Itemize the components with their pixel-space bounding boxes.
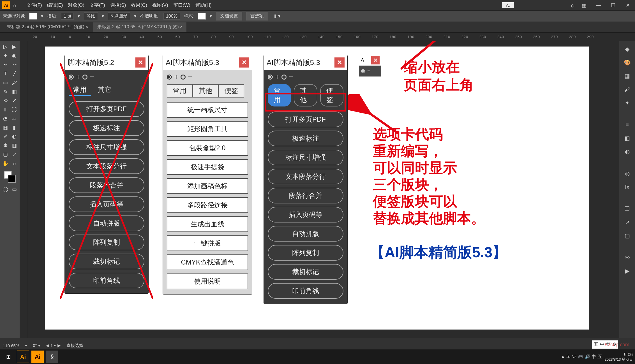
panel-b-tab-3[interactable]: 便签 [218, 84, 244, 98]
mesh-tool[interactable]: ▦ [1, 123, 10, 132]
script-button[interactable]: 自动拼版 [69, 215, 144, 231]
menu-window[interactable]: 窗口(W) [173, 2, 190, 8]
script-button[interactable]: 裁切标记 [268, 264, 343, 280]
free-transform[interactable]: ⛶ [10, 105, 19, 114]
slice-tool[interactable]: ⟋ [10, 150, 19, 159]
swatches-icon[interactable]: ▦ [622, 71, 632, 81]
stroke-weight[interactable]: 1 pt [61, 13, 74, 20]
menu-effect[interactable]: 效果(C) [131, 2, 147, 8]
rotate-icon[interactable]: 0° ▾ [33, 343, 40, 348]
panel-b-tab-1[interactable]: 常用 [167, 84, 193, 98]
arrange-icon[interactable]: ▦ [579, 1, 589, 9]
artboard-tool[interactable]: ▢ [1, 150, 10, 159]
panel-b-tab-2[interactable]: 其他 [193, 84, 218, 98]
eyedropper-tool[interactable]: ✐ [1, 132, 10, 141]
brush-dd[interactable]: 5 点圆形 [108, 12, 130, 20]
rect-tool[interactable]: ▭ [1, 78, 10, 87]
opacity-val[interactable]: 100% [163, 13, 180, 20]
script-button[interactable]: 阵列复制 [69, 235, 144, 250]
script-button[interactable]: 添加画稿色标 [167, 178, 248, 194]
stroke-icon[interactable]: ≡ [622, 119, 632, 130]
panel-a-tab-2[interactable]: 其它 [93, 84, 116, 96]
panel-a-close[interactable]: ✕ [135, 57, 146, 68]
uniform-dd[interactable]: 等比 [84, 12, 98, 20]
radio-on-icon[interactable] [69, 75, 74, 80]
script-button[interactable]: 极速标注 [69, 120, 144, 136]
hand-tool[interactable]: ✋ [1, 159, 10, 168]
prefs-button[interactable]: 首选项 [246, 12, 268, 20]
panel-a-tab-1[interactable]: 常用 [69, 84, 91, 96]
play-icon[interactable]: ▶ [622, 266, 632, 276]
script-button[interactable]: 插入页码等 [268, 207, 343, 222]
script-button[interactable]: 印前角线 [268, 283, 343, 299]
draw-mode[interactable]: ◯ [1, 185, 10, 193]
brush-tool[interactable]: 🖌 [10, 78, 19, 87]
doc-setup-button[interactable]: 文档设置 [216, 12, 242, 20]
panel-b-close[interactable]: ✕ [239, 57, 249, 68]
script-button[interactable]: 打开多页PDF [268, 112, 343, 127]
symbols-icon[interactable]: ✦ [622, 98, 632, 108]
search-icon[interactable]: ⌕ [518, 2, 574, 9]
line-tool[interactable]: ╱ [10, 69, 19, 78]
lasso-tool[interactable]: ◉ [10, 52, 19, 60]
artboard-nav[interactable]: ◀ 1 ▾ ▶ [46, 343, 61, 348]
script-button[interactable]: CMYK查找潘通色 [167, 254, 248, 270]
script-button[interactable]: 标注尺寸增强 [268, 150, 343, 165]
script-button[interactable]: 自动拼版 [268, 226, 343, 242]
layers-icon[interactable]: ❐ [622, 203, 632, 214]
script-button[interactable]: 文本段落分行 [69, 158, 144, 174]
align-icon[interactable]: ⊩▾ [274, 13, 280, 19]
script-button[interactable]: 打开多页PDF [69, 101, 144, 117]
blend-tool[interactable]: ◐ [10, 132, 19, 141]
magic-wand-tool[interactable]: ✦ [1, 52, 10, 60]
zoom-tool[interactable]: ⌕ [10, 159, 19, 168]
menu-object[interactable]: 对象(O) [68, 2, 84, 8]
script-button[interactable]: 极速标注 [268, 131, 343, 146]
radio-off-icon[interactable] [281, 75, 287, 80]
script-button[interactable]: 印前角线 [69, 273, 144, 288]
brushes-icon[interactable]: 🖌 [622, 84, 632, 95]
shaper-tool[interactable]: ✎ [1, 87, 10, 96]
menu-help[interactable]: 帮助(H) [195, 2, 212, 8]
color-swatches[interactable] [4, 171, 16, 183]
script-button[interactable]: 插入页码等 [69, 196, 144, 212]
gradient-icon[interactable]: ◧ [622, 133, 632, 143]
menu-file[interactable]: 文件(F) [26, 2, 42, 8]
radio-off-icon[interactable] [82, 75, 87, 80]
script-button[interactable]: 一键拼版 [167, 235, 248, 251]
perspective-tool[interactable]: ▱ [10, 114, 19, 123]
width-tool[interactable]: ⫴ [1, 105, 10, 114]
chevron-right-icon[interactable]: » [141, 84, 144, 96]
script-button[interactable]: 文本段落分行 [268, 169, 343, 184]
radio-on-icon[interactable] [167, 75, 172, 80]
script-button[interactable]: 段落行合并 [268, 188, 343, 203]
artboards-icon[interactable]: ▢ [622, 230, 632, 241]
pen-tool[interactable]: ✒ [1, 61, 10, 69]
links-icon[interactable]: ⚯ [622, 252, 632, 263]
script-button[interactable]: 极速手提袋 [167, 159, 248, 175]
taskbar-ai-1[interactable]: Ai [17, 351, 29, 363]
script-button[interactable]: 裁切标记 [69, 254, 144, 269]
panel-c-close[interactable]: ✕ [334, 57, 345, 68]
curvature-tool[interactable]: 〰 [10, 61, 19, 69]
minimize-button[interactable]: — [594, 1, 604, 9]
home-icon[interactable]: ⌂ [13, 2, 21, 8]
asset-export-icon[interactable]: ↗ [622, 217, 632, 228]
script-button[interactable]: 多段路径连接 [167, 197, 248, 213]
screen-mode[interactable]: ▭ [10, 185, 19, 193]
eraser-tool[interactable]: ◧ [10, 87, 19, 96]
menu-type[interactable]: 文字(T) [89, 2, 105, 8]
style-swatch[interactable] [198, 13, 206, 20]
symbol-sprayer[interactable]: ❋ [1, 141, 10, 150]
color-icon[interactable]: 🎨 [622, 57, 632, 68]
type-tool[interactable]: T [1, 69, 10, 78]
radio-off-icon[interactable] [181, 75, 186, 80]
properties-icon[interactable]: ◆ [622, 44, 632, 54]
tray-icons[interactable]: ▲ 🖧 🛡 🎮 🔊 中 五 [561, 354, 602, 360]
maximize-button[interactable]: ☐ [608, 1, 618, 9]
close-button[interactable]: ✕ [623, 1, 633, 9]
script-button[interactable]: 矩形圆角工具 [167, 121, 248, 137]
canvas[interactable]: 脚本精简版5.2✕ + − 常用其它» 打开多页PDF极速标注标注尺寸增强文本段… [20, 41, 619, 338]
menu-edit[interactable]: 编辑(E) [47, 2, 63, 8]
zoom-level[interactable]: 110.65% [3, 343, 19, 348]
